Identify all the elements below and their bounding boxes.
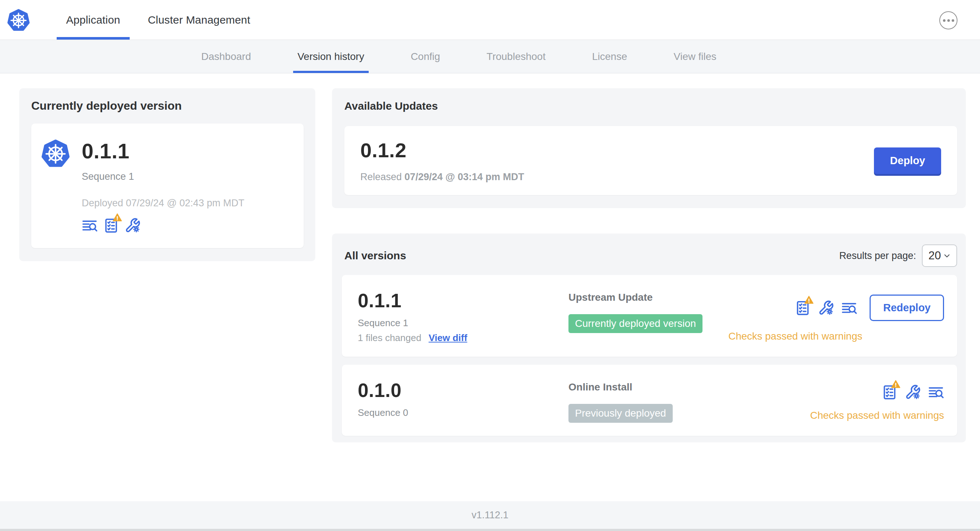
warning-triangle-icon — [804, 295, 814, 305]
tab-troubleshoot[interactable]: Troubleshoot — [487, 40, 546, 73]
config-wrench-icon[interactable] — [818, 300, 834, 316]
checks-status-text: Checks passed with warnings — [810, 410, 944, 421]
available-updates-title: Available Updates — [344, 100, 957, 112]
tab-view-files[interactable]: View files — [673, 40, 716, 73]
all-versions-panel: All versions Results per page: 20 0.1.1 … — [332, 234, 966, 442]
warning-triangle-icon — [891, 380, 901, 389]
available-update-card: 0.1.2 Released 07/29/24 @ 03:14 pm MDT D… — [344, 126, 957, 195]
version-actions: Checks passed with warnings — [810, 379, 944, 421]
deploy-button[interactable]: Deploy — [874, 148, 941, 174]
version-actions: Redeploy Checks passed with warnings — [728, 289, 944, 342]
version-history-page: Currently deployed version 0.1.1 Sequenc… — [0, 73, 980, 442]
available-updates-panel: Available Updates 0.1.2 Released 07/29/2… — [332, 88, 966, 208]
results-per-page-select[interactable]: 20 — [922, 245, 957, 267]
app-footer: v1.112.1 — [0, 501, 980, 531]
kubernetes-version-icon — [41, 139, 70, 168]
results-per-page: Results per page: 20 — [839, 245, 957, 267]
ellipsis-icon[interactable] — [939, 11, 958, 29]
tab-version-history[interactable]: Version history — [298, 40, 364, 73]
version-source: Online Install Previously deployed — [568, 379, 810, 423]
files-changed-label: 1 files changed — [358, 332, 422, 343]
config-wrench-icon[interactable] — [124, 218, 141, 234]
source-label: Upstream Update — [568, 292, 728, 303]
currently-deployed-title: Currently deployed version — [31, 99, 304, 113]
all-versions-header: All versions Results per page: 20 — [342, 245, 957, 267]
version-source: Upstream Update Currently deployed versi… — [568, 289, 728, 333]
config-wrench-icon[interactable] — [905, 384, 921, 400]
current-version-deployed-timestamp: Deployed 07/29/24 @ 02:43 pm MDT — [82, 197, 245, 209]
preflight-checks-icon[interactable] — [881, 384, 897, 400]
released-label: Released — [360, 172, 402, 182]
update-released-timestamp: Released 07/29/24 @ 03:14 pm MDT — [360, 172, 524, 183]
warning-triangle-icon — [112, 213, 123, 222]
diff-log-icon[interactable] — [82, 218, 98, 234]
version-row-0-1-1: 0.1.1 Sequence 1 1 files changed View di… — [342, 275, 957, 357]
kubernetes-logo — [7, 8, 30, 32]
tab-dashboard[interactable]: Dashboard — [201, 40, 251, 73]
checks-status-text: Checks passed with warnings — [728, 331, 862, 342]
currently-deployed-card: 0.1.1 Sequence 1 Deployed 07/29/24 @ 02:… — [31, 124, 304, 248]
preflight-checks-icon[interactable] — [795, 300, 811, 316]
currently-deployed-panel: Currently deployed version 0.1.1 Sequenc… — [19, 88, 315, 261]
diff-log-icon[interactable] — [841, 300, 857, 316]
version-number: 0.1.0 — [358, 379, 568, 401]
version-sequence: Sequence 0 — [358, 407, 568, 418]
redeploy-button[interactable]: Redeploy — [870, 294, 944, 321]
top-nav-tabs: Application Cluster Management — [52, 0, 264, 40]
tab-config[interactable]: Config — [411, 40, 440, 73]
current-version-actions — [82, 218, 245, 234]
top-tab-cluster-management[interactable]: Cluster Management — [134, 0, 264, 40]
version-info: 0.1.1 Sequence 1 1 files changed View di… — [358, 289, 568, 343]
tab-license[interactable]: License — [592, 40, 627, 73]
version-sequence: Sequence 1 — [358, 318, 568, 329]
version-row-0-1-0: 0.1.0 Sequence 0 Online Install Previous… — [342, 365, 957, 436]
chevron-down-icon — [943, 251, 951, 260]
version-info: 0.1.0 Sequence 0 — [358, 379, 568, 418]
status-badge: Currently deployed version — [568, 314, 703, 333]
all-versions-title: All versions — [344, 250, 406, 262]
results-per-page-value: 20 — [928, 249, 941, 262]
console-version: v1.112.1 — [471, 510, 509, 521]
version-number: 0.1.1 — [358, 289, 568, 312]
source-label: Online Install — [568, 382, 810, 393]
status-badge: Previously deployed — [568, 404, 673, 423]
app-sub-nav: Dashboard Version history Config Trouble… — [0, 40, 980, 73]
diff-log-icon[interactable] — [928, 384, 944, 400]
preflight-checks-icon[interactable] — [103, 218, 119, 234]
current-version-number: 0.1.1 — [82, 139, 245, 163]
top-tab-application[interactable]: Application — [52, 0, 134, 40]
released-date: 07/29/24 @ 03:14 pm MDT — [405, 172, 524, 182]
update-version-number: 0.1.2 — [360, 138, 524, 162]
current-version-sequence: Sequence 1 — [82, 171, 245, 182]
right-column: Available Updates 0.1.2 Released 07/29/2… — [332, 88, 966, 442]
view-diff-link[interactable]: View diff — [429, 332, 467, 343]
top-nav-bar: Application Cluster Management — [0, 0, 980, 40]
results-per-page-label: Results per page: — [839, 250, 916, 261]
